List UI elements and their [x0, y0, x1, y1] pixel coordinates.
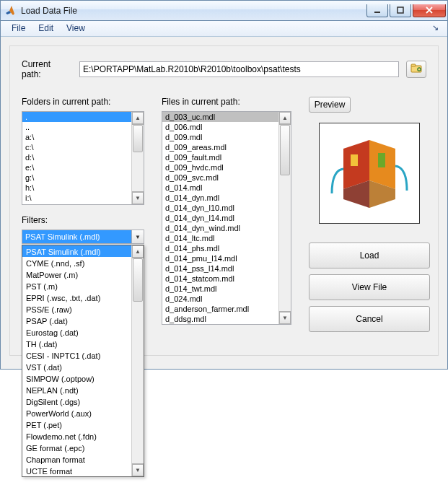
files-list[interactable]: d_003_uc.mdld_006.mdld_009.mdld_009_area…: [162, 112, 278, 324]
scroll-thumb[interactable]: [280, 125, 290, 175]
file-item[interactable]: d_009_areas.mdl: [162, 142, 278, 152]
filter-option[interactable]: UCTE format: [22, 465, 131, 476]
filter-option[interactable]: GE format (.epc): [22, 442, 131, 453]
filter-option[interactable]: EPRI (.wsc, .txt, .dat): [22, 292, 131, 303]
scroll-thumb[interactable]: [133, 258, 143, 302]
file-item[interactable]: d_006.mdl: [162, 122, 278, 132]
file-item[interactable]: d_014_dyn_l14.mdl: [162, 213, 278, 223]
filter-option[interactable]: DigSilent (.dgs): [22, 396, 131, 407]
cancel-button[interactable]: Cancel: [309, 306, 430, 332]
file-item[interactable]: d_009_svc.mdl: [162, 172, 278, 183]
close-button[interactable]: [413, 4, 446, 17]
col-folders-filters: Folders in current path: ...a:\c:\d:\e:\…: [22, 97, 144, 244]
filter-option[interactable]: CYME (.nnd, .sf): [22, 257, 131, 268]
filter-option[interactable]: PSAP (.dat): [22, 315, 131, 326]
folder-item[interactable]: g:\: [22, 172, 131, 183]
folder-item[interactable]: .: [22, 112, 131, 122]
file-item[interactable]: d_014_dyn.mdl: [162, 193, 278, 203]
file-item[interactable]: d_ddsg.mdl: [162, 314, 278, 324]
filter-option[interactable]: PowerWorld (.aux): [22, 407, 131, 419]
filters-dropdown-panel: PSAT Simulink (.mdl)CYME (.nnd, .sf)MatP…: [22, 245, 144, 477]
file-item[interactable]: d_024.mdl: [162, 294, 278, 304]
filter-option[interactable]: Chapman format: [22, 453, 131, 465]
filter-option[interactable]: NEPLAN (.ndt): [22, 384, 131, 396]
filters-dropdown[interactable]: PSAT Simulink (.mdl) ▼ PSAT Simulink (.m…: [22, 230, 144, 244]
svg-rect-11: [351, 154, 358, 166]
file-item[interactable]: d_014_dyn_l10.mdl: [162, 203, 278, 213]
file-item[interactable]: d_009.mdl: [162, 132, 278, 142]
file-item[interactable]: d_014_phs.mdl: [162, 243, 278, 253]
folders-listbox[interactable]: ...a:\c:\d:\e:\g:\h:\i:\ ▲ ▼: [22, 111, 144, 205]
filter-option[interactable]: CESI - INPTC1 (.dat): [22, 349, 131, 361]
filter-option[interactable]: PSS/E (.raw): [22, 303, 131, 315]
folder-item[interactable]: h:\: [22, 183, 131, 193]
filter-option[interactable]: PSAT Simulink (.mdl): [22, 245, 131, 257]
file-item[interactable]: d_014_dyn_wind.mdl: [162, 223, 278, 233]
window-buttons: [366, 4, 446, 17]
folder-item[interactable]: ..: [22, 122, 131, 132]
files-label: Files in current path:: [162, 97, 291, 107]
scroll-up-icon[interactable]: ▲: [132, 112, 144, 124]
dock-toggle-icon[interactable]: ↘: [428, 21, 443, 36]
files-scrollbar[interactable]: ▲ ▼: [278, 112, 291, 324]
browse-button[interactable]: [406, 61, 426, 78]
load-button[interactable]: Load: [309, 243, 430, 268]
psat-logo-icon: [326, 130, 413, 217]
folder-item[interactable]: a:\: [22, 132, 131, 142]
file-item[interactable]: d_014_twt.mdl: [162, 284, 278, 294]
filters-scrollbar[interactable]: ▲ ▼: [131, 245, 144, 476]
filter-option[interactable]: Flowdemo.net (.fdn): [22, 430, 131, 442]
window-frame: Load Data File File Edit View ↘ Current …: [0, 0, 448, 370]
scroll-up-icon[interactable]: ▲: [132, 245, 144, 258]
svg-marker-0: [9, 6, 14, 15]
scroll-track[interactable]: [132, 258, 144, 464]
folder-item[interactable]: e:\: [22, 162, 131, 172]
filter-option[interactable]: MatPower (.m): [22, 268, 131, 280]
filter-option[interactable]: VST (.dat): [22, 361, 131, 372]
maximize-button[interactable]: [390, 4, 411, 17]
svg-rect-2: [374, 12, 380, 13]
filters-option-list[interactable]: PSAT Simulink (.mdl)CYME (.nnd, .sf)MatP…: [22, 245, 131, 476]
titlebar[interactable]: Load Data File: [1, 1, 447, 21]
file-item[interactable]: d_014_pmu_l14.mdl: [162, 253, 278, 263]
files-listbox[interactable]: d_003_uc.mdld_006.mdld_009.mdld_009_area…: [162, 111, 291, 325]
filter-option[interactable]: SIMPOW (.optpow): [22, 372, 131, 384]
svg-rect-3: [398, 7, 403, 13]
file-item[interactable]: d_014_pss_l14.mdl: [162, 263, 278, 274]
folder-item[interactable]: c:\: [22, 142, 131, 152]
file-item[interactable]: d_003_uc.mdl: [162, 112, 278, 122]
chevron-down-icon[interactable]: ▼: [131, 230, 144, 243]
filter-option[interactable]: PST (.m): [22, 280, 131, 292]
preview-button[interactable]: Preview: [309, 97, 351, 113]
minimize-button[interactable]: [366, 4, 388, 17]
path-row: Current path:: [22, 59, 426, 79]
folders-list[interactable]: ...a:\c:\d:\e:\g:\h:\i:\: [22, 112, 131, 204]
scroll-up-icon[interactable]: ▲: [279, 112, 291, 124]
scroll-down-icon[interactable]: ▼: [132, 192, 144, 204]
view-file-button[interactable]: View File: [309, 274, 430, 300]
filter-option[interactable]: PET (.pet): [22, 419, 131, 430]
scroll-thumb[interactable]: [133, 125, 143, 152]
menu-edit[interactable]: Edit: [32, 21, 60, 36]
svg-rect-12: [378, 153, 385, 167]
scroll-down-icon[interactable]: ▼: [279, 312, 291, 324]
file-item[interactable]: d_009_hvdc.mdl: [162, 162, 278, 172]
menubar: File Edit View ↘: [1, 21, 447, 37]
filter-option[interactable]: Eurostag (.dat): [22, 326, 131, 338]
filter-option[interactable]: TH (.dat): [22, 338, 131, 349]
current-path-input[interactable]: [79, 61, 399, 77]
file-item[interactable]: d_014.mdl: [162, 183, 278, 193]
folder-item[interactable]: d:\: [22, 152, 131, 162]
folder-item[interactable]: i:\: [22, 193, 131, 203]
matlab-icon: [5, 5, 17, 17]
scroll-down-icon[interactable]: ▼: [132, 464, 144, 476]
file-item[interactable]: d_anderson_farmer.mdl: [162, 304, 278, 314]
scroll-track[interactable]: [132, 124, 144, 192]
menu-file[interactable]: File: [5, 21, 32, 36]
folders-scrollbar[interactable]: ▲ ▼: [131, 112, 144, 204]
menu-view[interactable]: View: [60, 21, 92, 36]
scroll-track[interactable]: [279, 124, 291, 312]
file-item[interactable]: d_014_ltc.mdl: [162, 233, 278, 243]
file-item[interactable]: d_009_fault.mdl: [162, 152, 278, 162]
file-item[interactable]: d_014_statcom.mdl: [162, 274, 278, 284]
